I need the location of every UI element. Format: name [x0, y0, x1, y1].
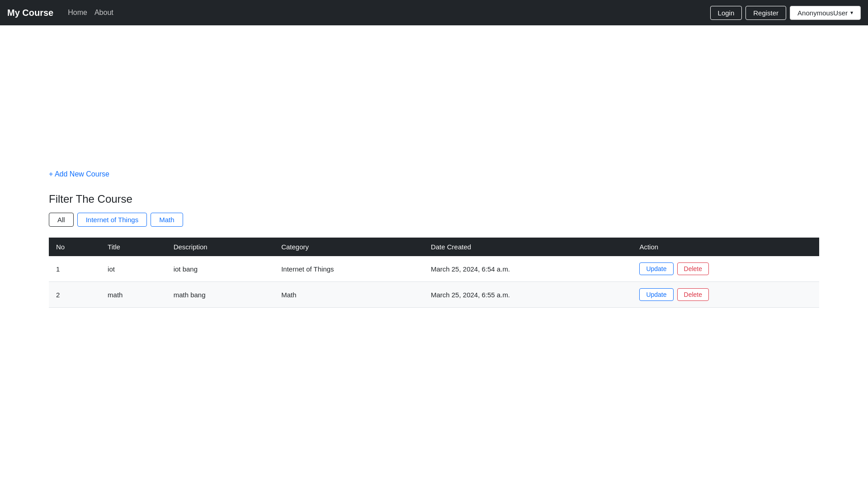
col-date-created: Date Created: [424, 238, 632, 256]
delete-button[interactable]: Delete: [677, 288, 709, 301]
cell-category: Internet of Things: [274, 256, 424, 282]
col-category: Category: [274, 238, 424, 256]
login-button[interactable]: Login: [710, 6, 742, 20]
navbar-brand[interactable]: My Course: [7, 8, 53, 18]
navbar-actions: Login Register AnonymousUser ▾: [710, 6, 861, 20]
col-description: Description: [166, 238, 274, 256]
col-action: Action: [632, 238, 819, 256]
update-button[interactable]: Update: [639, 262, 673, 275]
cell-date-created: March 25, 2024, 6:55 a.m.: [424, 282, 632, 308]
main-content: + Add New Course Filter The Course All I…: [0, 25, 868, 326]
chevron-down-icon: ▾: [850, 10, 853, 16]
filter-iot-button[interactable]: Internet of Things: [77, 213, 147, 227]
navbar-nav: Home About: [68, 7, 699, 19]
cell-title: math: [100, 282, 166, 308]
filter-all-button[interactable]: All: [49, 213, 74, 227]
table-body: 1 iot iot bang Internet of Things March …: [49, 256, 819, 308]
register-button[interactable]: Register: [745, 6, 786, 20]
col-no: No: [49, 238, 100, 256]
cell-action: Update Delete: [632, 282, 819, 308]
cell-category: Math: [274, 282, 424, 308]
col-title: Title: [100, 238, 166, 256]
filter-title: Filter The Course: [49, 193, 819, 205]
course-table: No Title Description Category Date Creat…: [49, 238, 819, 308]
table-row: 1 iot iot bang Internet of Things March …: [49, 256, 819, 282]
cell-date-created: March 25, 2024, 6:54 a.m.: [424, 256, 632, 282]
filter-buttons: All Internet of Things Math: [49, 213, 819, 227]
user-dropdown-button[interactable]: AnonymousUser ▾: [790, 6, 861, 20]
add-new-course-link[interactable]: + Add New Course: [49, 170, 109, 178]
cell-no: 2: [49, 282, 100, 308]
nav-home[interactable]: Home: [68, 7, 87, 19]
user-dropdown-label: AnonymousUser: [797, 9, 848, 17]
top-spacer: [49, 43, 819, 170]
navbar: My Course Home About Login Register Anon…: [0, 0, 868, 25]
table-header: No Title Description Category Date Creat…: [49, 238, 819, 256]
filter-math-button[interactable]: Math: [151, 213, 183, 227]
cell-description: math bang: [166, 282, 274, 308]
table-row: 2 math math bang Math March 25, 2024, 6:…: [49, 282, 819, 308]
delete-button[interactable]: Delete: [677, 262, 709, 275]
cell-action: Update Delete: [632, 256, 819, 282]
nav-about[interactable]: About: [94, 7, 113, 19]
cell-title: iot: [100, 256, 166, 282]
cell-no: 1: [49, 256, 100, 282]
update-button[interactable]: Update: [639, 288, 673, 301]
cell-description: iot bang: [166, 256, 274, 282]
